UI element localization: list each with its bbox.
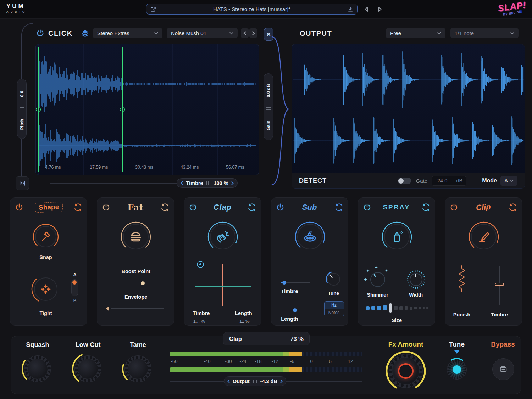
- waveform-zoom-fit-button[interactable]: [16, 176, 29, 190]
- click-preset-dropdown[interactable]: Noise Mush 01: [167, 28, 238, 38]
- clap-xy-handle[interactable]: [197, 261, 204, 268]
- nudge-right-icon[interactable]: [231, 181, 234, 185]
- clip-power-button[interactable]: [449, 203, 459, 212]
- sub-length-slider[interactable]: [281, 310, 310, 310]
- lowcut-label: Low Cut: [76, 341, 101, 349]
- snap-knob[interactable]: [32, 223, 59, 250]
- envelope-slider[interactable]: [111, 308, 164, 309]
- spray-ab-swap-icon[interactable]: [421, 203, 431, 212]
- previous-preset-icon[interactable]: [362, 5, 370, 13]
- pitch-label: Pitch: [20, 119, 24, 130]
- gate-toggle[interactable]: [398, 178, 411, 184]
- layers-icon[interactable]: [81, 29, 89, 38]
- size-handle[interactable]: [389, 303, 392, 313]
- gate-threshold-field[interactable]: -24.0 dB: [432, 176, 466, 186]
- click-gain-slider[interactable]: 0.0 dB Gain: [264, 73, 273, 140]
- clip-amount-knob[interactable]: [468, 221, 499, 252]
- shimmer-knob[interactable]: [368, 270, 387, 289]
- squash-knob[interactable]: [21, 353, 54, 385]
- size-slider[interactable]: [366, 303, 428, 313]
- output-note-dropdown[interactable]: 1/1 note: [450, 28, 519, 38]
- sample-end-marker[interactable]: [122, 47, 123, 172]
- save-preset-icon[interactable]: [347, 6, 354, 12]
- spray-amount-knob[interactable]: [381, 221, 412, 252]
- sub-timbre-slider[interactable]: [281, 282, 310, 283]
- clap-ab-swap-icon[interactable]: [247, 203, 256, 212]
- fat-power-button[interactable]: [101, 203, 111, 212]
- sparkle-icon: [364, 278, 367, 281]
- time-label: 30.43 ms: [135, 165, 153, 170]
- sub-timbre-handle[interactable]: [282, 281, 286, 285]
- preset-name[interactable]: HATS - Stereoize Hats [mussar]*: [156, 6, 347, 12]
- clip-ab-swap-icon[interactable]: [508, 203, 517, 212]
- clap-power-button[interactable]: [188, 203, 198, 212]
- spray-power-button[interactable]: [362, 203, 372, 212]
- fx-amount-knob[interactable]: [385, 350, 426, 392]
- pitch-slider[interactable]: 0.0 Pitch: [17, 79, 27, 139]
- master-tune-knob[interactable]: [445, 358, 469, 382]
- tight-knob[interactable]: [31, 274, 61, 304]
- output-gain-value: -4.3 dB: [260, 378, 277, 384]
- click-timbre-slider[interactable]: Timbre 100 %: [177, 178, 238, 188]
- tame-label: Tame: [130, 341, 146, 349]
- marker-handle-icon[interactable]: [119, 107, 126, 112]
- ab-toggle-knob[interactable]: [72, 280, 77, 285]
- click-preset-next-button[interactable]: [249, 28, 257, 38]
- sub-amount-knob[interactable]: [294, 221, 326, 252]
- output-gain-slider[interactable]: Output -4.3 dB: [224, 376, 286, 386]
- tame-knob[interactable]: [122, 353, 154, 385]
- envelope-handle[interactable]: [106, 306, 109, 311]
- output-sync-dropdown[interactable]: Free: [386, 28, 445, 38]
- gate-toggle-knob[interactable]: [398, 178, 404, 184]
- notes-option[interactable]: Notes: [325, 309, 344, 316]
- boost-point-handle[interactable]: [141, 281, 145, 285]
- nudge-left-icon[interactable]: [227, 380, 230, 383]
- bypass-icon: [498, 364, 508, 374]
- shape-ab-toggle[interactable]: A B: [68, 272, 81, 303]
- click-power-icon[interactable]: [36, 29, 45, 38]
- spray-module: SPRAY Shimmer Width: [358, 197, 435, 326]
- sub-power-button[interactable]: [276, 203, 285, 212]
- bypass-label: Bypass: [491, 341, 515, 348]
- clip-timbre-handle[interactable]: [495, 283, 504, 286]
- sub-hz-notes-toggle[interactable]: Hz Notes: [324, 301, 344, 316]
- marker-handle-icon[interactable]: [35, 107, 41, 112]
- sub-length-handle[interactable]: [293, 308, 297, 312]
- shimmer-label: Shimmer: [367, 292, 388, 298]
- shape-power-button[interactable]: [15, 203, 24, 212]
- clip-timbre-slider[interactable]: [499, 266, 500, 305]
- click-preset-prev-button[interactable]: [241, 28, 249, 38]
- ab-toggle-pill[interactable]: [71, 279, 78, 296]
- fat-ab-swap-icon[interactable]: [160, 203, 170, 212]
- width-label: Width: [409, 292, 423, 298]
- export-icon[interactable]: [150, 6, 156, 12]
- sample-start-marker[interactable]: [38, 47, 39, 172]
- next-preset-icon[interactable]: [376, 5, 384, 13]
- clap-module: Clap Timbre 1... % Length 11 %: [184, 197, 261, 326]
- mode-label: Mode: [482, 178, 497, 184]
- fat-module: Fat Boost Point Envelope: [97, 197, 174, 326]
- sub-title: Sub: [302, 203, 317, 212]
- fat-title: Fat: [128, 202, 144, 213]
- mode-dropdown[interactable]: A: [500, 176, 517, 186]
- sub-ab-swap-icon[interactable]: [334, 203, 344, 212]
- hz-option[interactable]: Hz: [325, 302, 344, 309]
- click-waveform-display[interactable]: 4.76 ms 17.59 ms 30.43 ms 43.24 ms 56.07…: [35, 44, 259, 175]
- clap-amount-knob[interactable]: [207, 221, 238, 252]
- sub-tune-knob[interactable]: [325, 271, 342, 288]
- compress-arrows-icon: [34, 277, 57, 301]
- nudge-right-icon[interactable]: [280, 380, 283, 383]
- punish-slider[interactable]: [458, 265, 466, 307]
- nudge-left-icon[interactable]: [181, 181, 183, 185]
- size-label: Size: [392, 317, 402, 323]
- fat-amount-knob[interactable]: [120, 221, 151, 252]
- shape-ab-swap-icon[interactable]: [73, 203, 83, 212]
- lowcut-knob[interactable]: [72, 353, 104, 385]
- tune-knob-center: [453, 365, 461, 374]
- width-knob[interactable]: [406, 270, 426, 289]
- logo-text-bottom: AUDIO: [6, 11, 27, 13]
- bypass-button[interactable]: [492, 358, 514, 380]
- preset-bar[interactable]: HATS - Stereoize Hats [mussar]*: [146, 4, 358, 15]
- click-category-dropdown[interactable]: Stereo Extras: [93, 28, 162, 38]
- boost-point-slider[interactable]: [108, 283, 164, 283]
